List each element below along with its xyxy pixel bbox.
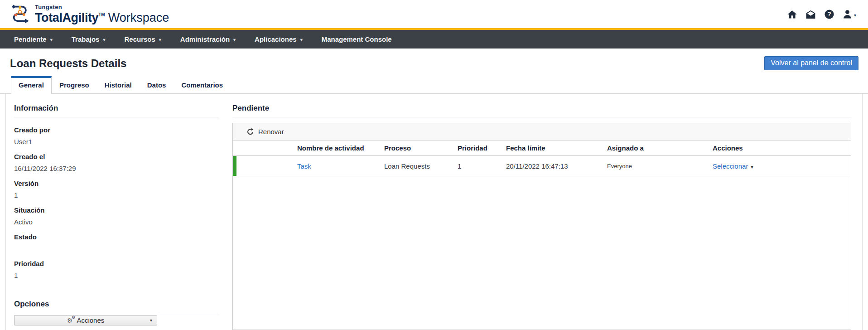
user-menu[interactable]: ▾	[842, 9, 856, 19]
chevron-down-icon: ▾	[233, 37, 236, 42]
select-action-dropdown[interactable]: Seleccionar▾	[713, 162, 753, 170]
tab-progreso[interactable]: Progreso	[52, 77, 97, 93]
chevron-down-icon: ▾	[150, 318, 152, 323]
priority-indicator-bar	[233, 156, 236, 176]
col-header-priority: Prioridad	[454, 144, 502, 152]
col-header-due-date: Fecha límite	[502, 144, 603, 152]
field-label: Situación	[14, 206, 219, 214]
main-navbar: Pendiente ▾ Trabajos ▾ Recursos ▾ Admini…	[0, 30, 868, 49]
chevron-down-icon: ▾	[159, 37, 161, 42]
page-title: Loan Requests Details	[10, 57, 126, 70]
nav-label: Trabajos	[72, 35, 100, 43]
nav-item-recursos[interactable]: Recursos ▾	[115, 30, 170, 49]
field-label: Prioridad	[14, 259, 219, 268]
tab-datos[interactable]: Datos	[140, 77, 174, 93]
tab-general[interactable]: General	[11, 76, 52, 94]
chevron-down-icon: ▾	[103, 37, 105, 42]
brand-workspace: Workspace	[108, 11, 169, 24]
user-caret-icon: ▾	[854, 13, 856, 18]
chevron-down-icon: ▾	[751, 165, 753, 170]
nav-item-management-console[interactable]: Management Console	[312, 30, 401, 49]
tab-strip: General Progreso Historial Datos Comenta…	[0, 76, 868, 94]
field-prioridad: Prioridad 1	[14, 259, 219, 280]
col-header-assigned: Asignado a	[603, 144, 709, 152]
process-cell: Loan Requests	[381, 162, 454, 170]
field-creado-el: Creado el 16/11/2022 16:37:29	[14, 152, 219, 173]
activity-link[interactable]: Task	[297, 162, 311, 170]
header-icon-group: ? ▾	[787, 9, 856, 19]
nav-label: Pendiente	[14, 35, 47, 43]
nav-item-administracion[interactable]: Administración ▾	[171, 30, 245, 49]
app-window: Tungsten TotalAgilityTMWorkspace	[0, 0, 868, 330]
svg-text:?: ?	[827, 10, 831, 18]
field-creado-por: Creado por User1	[14, 126, 219, 146]
back-to-dashboard-button[interactable]: Volver al panel de control	[764, 56, 858, 70]
select-action-label: Seleccionar	[713, 162, 748, 170]
mail-icon[interactable]	[805, 9, 816, 19]
col-header-process: Proceso	[381, 144, 454, 152]
top-header: Tungsten TotalAgilityTMWorkspace	[0, 0, 868, 28]
table-row: Task Loan Requests 1 20/11/2022 16:47:13…	[233, 156, 851, 176]
options-section-title: Opciones	[14, 300, 219, 313]
assigned-cell: Everyone	[603, 163, 709, 170]
field-situacion: Situación Activo	[14, 206, 219, 226]
actions-dropdown-button[interactable]: ⚙ ⚙ Acciones ▾	[14, 315, 157, 325]
col-header-actions: Acciones	[709, 144, 851, 152]
field-label: Estado	[14, 233, 219, 241]
chevron-down-icon: ▾	[300, 37, 303, 42]
chevron-down-icon: ▾	[50, 37, 53, 42]
field-label: Versión	[14, 179, 219, 188]
tab-comentarios[interactable]: Comentarios	[174, 77, 231, 93]
nav-item-aplicaciones[interactable]: Aplicaciones ▾	[245, 30, 312, 49]
actions-button-label: Acciones	[77, 316, 104, 324]
field-value	[14, 244, 219, 253]
info-section-title: Información	[14, 104, 219, 117]
home-icon[interactable]	[787, 9, 797, 19]
brand-trademark: TM	[98, 12, 105, 17]
nav-label: Administración	[180, 35, 230, 43]
nav-item-pendiente[interactable]: Pendiente ▾	[5, 30, 62, 49]
field-value: 1	[14, 191, 219, 199]
brand-company: Tungsten	[35, 4, 169, 10]
nav-label: Aplicaciones	[255, 35, 297, 43]
refresh-button[interactable]: Renovar	[233, 123, 851, 141]
gear-small-icon: ⚙	[72, 315, 75, 320]
field-label: Creado el	[14, 152, 219, 161]
field-label: Creado por	[14, 126, 219, 134]
field-value: Activo	[14, 218, 219, 226]
tab-historial[interactable]: Historial	[97, 77, 140, 93]
nav-label: Management Console	[322, 35, 392, 43]
totalagility-logo-icon	[10, 3, 31, 25]
tab-content-panel: Información Creado por User1 Creado el 1…	[5, 94, 863, 330]
nav-label: Recursos	[124, 35, 155, 43]
refresh-label: Renovar	[258, 128, 284, 136]
pending-section-title: Pendiente	[232, 104, 851, 117]
page-header: Loan Requests Details Volver al panel de…	[0, 49, 868, 74]
refresh-icon	[246, 128, 254, 136]
info-panel: Información Creado por User1 Creado el 1…	[14, 94, 219, 330]
brand-product: TotalAgility	[35, 11, 98, 24]
user-icon	[842, 9, 853, 19]
col-header-activity: Nombre de actividad	[294, 144, 381, 152]
pending-panel: Pendiente Renovar Nombre de actividad Pr…	[232, 94, 851, 330]
field-version: Versión 1	[14, 179, 219, 199]
table-header-row: Nombre de actividad Proceso Prioridad Fe…	[233, 141, 851, 156]
nav-item-trabajos[interactable]: Trabajos ▾	[62, 30, 115, 49]
priority-cell: 1	[454, 162, 502, 170]
pending-activities-grid: Renovar Nombre de actividad Proceso Prio…	[232, 123, 851, 330]
field-value: User1	[14, 137, 219, 146]
field-value: 16/11/2022 16:37:29	[14, 164, 219, 173]
brand-text: Tungsten TotalAgilityTMWorkspace	[35, 4, 169, 24]
brand-logo: Tungsten TotalAgilityTMWorkspace	[10, 3, 169, 25]
field-estado: Estado	[14, 233, 219, 253]
field-value: 1	[14, 271, 219, 280]
help-icon[interactable]: ?	[824, 9, 834, 19]
due-date-cell: 20/11/2022 16:47:13	[502, 162, 603, 170]
